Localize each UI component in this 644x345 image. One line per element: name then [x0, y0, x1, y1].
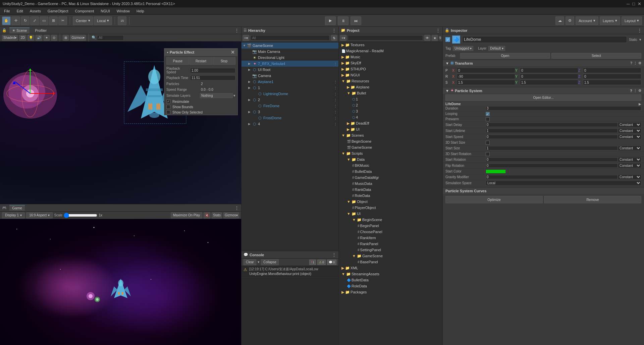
- particle-restart-btn[interactable]: Restart: [190, 57, 212, 65]
- proj-playerobject[interactable]: # PlayerObject: [339, 205, 442, 211]
- ps-start-size-input[interactable]: [486, 146, 618, 150]
- hierarchy-add-btn[interactable]: +▾: [243, 35, 249, 41]
- ps-flip-rotation-input[interactable]: [486, 163, 618, 168]
- ps-start-lifetime-input[interactable]: [486, 129, 618, 133]
- play-button[interactable]: ▶: [325, 16, 336, 25]
- project-add-btn[interactable]: +▾: [340, 35, 346, 41]
- tree-item-nebula[interactable]: ▶ ✦ 7_RFX_Nebula4 ⋮: [241, 61, 338, 67]
- ps-flip-rotation-dropdown[interactable]: Constant: [618, 163, 641, 168]
- show-bounds-checkbox[interactable]: [166, 105, 170, 109]
- ps-3d-start-size-checkbox[interactable]: [486, 141, 490, 145]
- proj-streaming[interactable]: ▼ 📁 StreamingAssets: [339, 271, 442, 277]
- proj-roledata[interactable]: # RoleData: [339, 193, 442, 199]
- open-editor-btn[interactable]: Open Editor...: [445, 94, 641, 101]
- ps-duration-input[interactable]: [486, 106, 641, 111]
- nebula-menu[interactable]: ⋮: [334, 62, 337, 66]
- proj-game-scene[interactable]: 🎬 GameScene: [339, 144, 442, 150]
- proj-skyeff[interactable]: ▶ 📁 SkyEff: [339, 60, 442, 66]
- proj-bulletdata[interactable]: # BulletData: [339, 168, 442, 175]
- pos-y-input[interactable]: [520, 68, 578, 73]
- maximize-icon[interactable]: □: [632, 1, 635, 6]
- ps-start-speed-dropdown[interactable]: Constant: [618, 134, 641, 139]
- frost-menu[interactable]: ⋮: [334, 116, 337, 120]
- menu-file[interactable]: File: [1, 9, 13, 13]
- proj-textures[interactable]: ▶ 📁 Textures: [339, 42, 442, 48]
- proj-bkmusic[interactable]: # BKMusic: [339, 162, 442, 168]
- ps-simulation-space-dropdown[interactable]: Local: [486, 181, 641, 186]
- ps-start-speed-input[interactable]: [486, 135, 618, 139]
- ps-curves-section[interactable]: Particle System Curves: [443, 188, 644, 194]
- proj-ui-folder[interactable]: ▼ 📁 UI: [339, 211, 442, 217]
- particle-panel-menu[interactable]: ✕: [231, 50, 235, 55]
- proj-ngui[interactable]: ▶ 📁 NGUI: [339, 72, 442, 78]
- proj-scenes[interactable]: ▼ 📁 Scenes: [339, 132, 442, 138]
- ps-settings-icon[interactable]: ⚙: [638, 89, 641, 92]
- tree-item-1[interactable]: ▶ ⬡ 1 ⋮: [241, 85, 338, 91]
- tree-item-airplane1[interactable]: ▶ ⬡ Airplane1 ⋮: [241, 79, 338, 85]
- proj-music[interactable]: ▶ 📁 Music: [339, 54, 442, 60]
- ps-info-icon[interactable]: ?: [630, 89, 632, 93]
- layout-dropdown[interactable]: Layout ▾: [622, 16, 642, 25]
- snap-button[interactable]: 15: [118, 16, 126, 25]
- hierarchy-search[interactable]: [251, 35, 330, 41]
- prefab-open-btn[interactable]: Open: [460, 53, 550, 59]
- item2-menu[interactable]: ⋮: [334, 98, 337, 102]
- proj-ui[interactable]: ▶ 📁 UI: [339, 126, 442, 132]
- center-dropdown[interactable]: Center ▾: [73, 16, 93, 25]
- particle-stop-btn[interactable]: Stop: [213, 57, 235, 65]
- scale-z-input[interactable]: [583, 80, 641, 85]
- menu-component[interactable]: Component: [72, 9, 97, 13]
- pause-button[interactable]: ⏸: [338, 16, 348, 25]
- proj-packages[interactable]: ▶ 📁 Packages: [339, 289, 442, 295]
- ps-gravity-dropdown[interactable]: Constant: [618, 175, 641, 180]
- proj-beginscene-folder[interactable]: ▼ 📁 BeginScene: [339, 217, 442, 223]
- close-icon[interactable]: ✕: [638, 1, 641, 6]
- warning-badge[interactable]: ⚠ 0: [317, 260, 326, 265]
- item1-menu[interactable]: ⋮: [334, 86, 337, 90]
- particle-system-section-header[interactable]: ▼ ✦ Particle System ? ⋮ ⚙: [443, 87, 644, 94]
- transform-info-icon[interactable]: ?: [630, 61, 632, 65]
- transform-more-icon[interactable]: ⋮: [634, 61, 637, 65]
- proj-gamedatamgr[interactable]: # GameDataMgr: [339, 175, 442, 181]
- proj-settingpanel[interactable]: # SettingPanel: [339, 247, 442, 253]
- rot-y-input[interactable]: [520, 74, 578, 79]
- proj-resources[interactable]: ▼ 📁 Resources: [339, 78, 442, 84]
- optimize-btn[interactable]: Optimize: [445, 196, 543, 203]
- item3-menu[interactable]: ⋮: [334, 110, 337, 114]
- local-dropdown[interactable]: Local ▾: [94, 16, 112, 25]
- static-dropdown-icon[interactable]: ▾: [639, 38, 641, 42]
- transform-tool[interactable]: ⊞: [49, 16, 58, 25]
- lighting-toggle[interactable]: 💡: [28, 35, 34, 41]
- ps-expand-icon[interactable]: ▶: [639, 102, 641, 106]
- ps-start-rotation-input[interactable]: [486, 157, 618, 162]
- proj-rankitem[interactable]: # RankItem: [339, 235, 442, 241]
- prefab-select-btn[interactable]: Select: [551, 53, 641, 59]
- minimize-icon[interactable]: ─: [627, 1, 630, 6]
- proj-roledata-file[interactable]: 🔷 RoleData: [339, 283, 442, 289]
- scene-panel-menu[interactable]: ⋮: [234, 28, 239, 33]
- project-search[interactable]: [348, 35, 423, 41]
- proj-choosepanel[interactable]: # ChoosePanel: [339, 229, 442, 235]
- tree-item-dir-light[interactable]: ☀ Directional Light: [241, 55, 338, 61]
- layer-dropdown[interactable]: Default ▾: [488, 46, 505, 51]
- inspector-lock-icon[interactable]: 🔒: [445, 28, 449, 32]
- tab-profiler[interactable]: Profiler: [32, 28, 49, 33]
- rect-tool[interactable]: ▭: [40, 16, 48, 25]
- ps-gravity-input[interactable]: [486, 175, 618, 179]
- stats-btn[interactable]: Stats: [212, 212, 222, 218]
- menu-assets[interactable]: Assets: [27, 9, 44, 13]
- proj-gamescene-folder[interactable]: ▼ 📁 GameScene: [339, 253, 442, 259]
- tree-item-2[interactable]: ▶ ⬡ 2 ⋮: [241, 97, 338, 103]
- proj-bullet[interactable]: ▼ 📁 Bullet: [339, 90, 442, 96]
- settings-button[interactable]: ⚙: [566, 16, 574, 25]
- proj-object-folder[interactable]: ▼ 📁 Object: [339, 199, 442, 205]
- proj-bullet-3[interactable]: ⬡ 3: [339, 108, 442, 114]
- proj-sthupo[interactable]: ▶ 📁 STHUPO: [339, 66, 442, 72]
- tree-item-gamescene[interactable]: ▼ 🎬 GameScene: [241, 43, 338, 49]
- playback-time-input[interactable]: [190, 75, 235, 80]
- hidden-toggle[interactable]: ⊙: [51, 35, 57, 41]
- menu-window[interactable]: Window: [114, 9, 132, 13]
- maximize-on-play-btn[interactable]: Maximize On Play: [171, 212, 203, 218]
- shading-dropdown[interactable]: Shaded ▾: [2, 35, 18, 41]
- proj-rankdata[interactable]: # RankData: [339, 187, 442, 193]
